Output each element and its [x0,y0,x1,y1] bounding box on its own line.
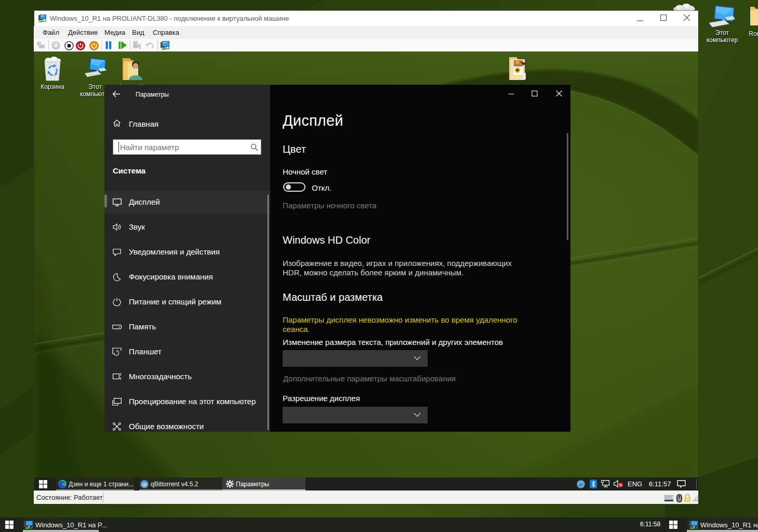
svg-text:qb: qb [142,483,147,487]
svg-text:qb: qb [579,483,583,487]
